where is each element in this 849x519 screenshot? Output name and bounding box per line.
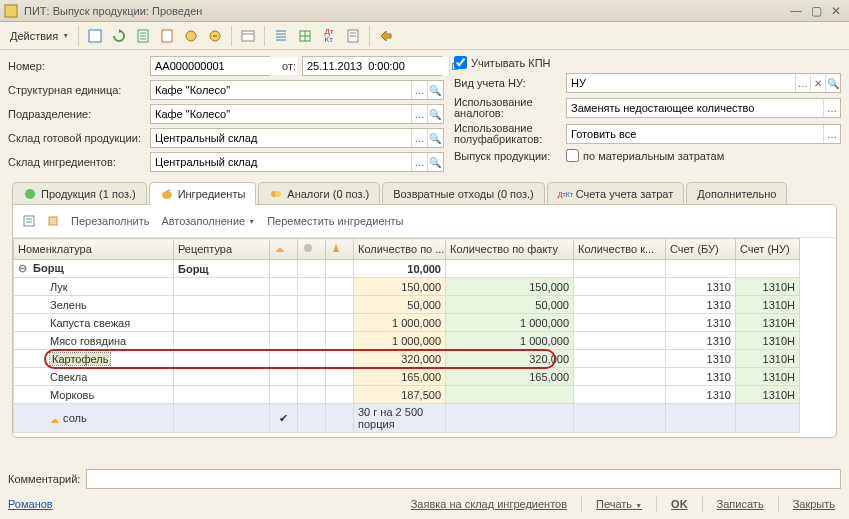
tab-accounts[interactable]: ДтКт Счета учета затрат (547, 182, 684, 205)
toolbar-btn-refresh[interactable] (108, 25, 130, 47)
table-row[interactable]: соль✔30 г на 2 500 порция (14, 404, 836, 433)
svg-point-4 (186, 31, 196, 41)
toolbar-btn-7[interactable] (237, 25, 259, 47)
col-qty-fact[interactable]: Количество по факту (446, 239, 574, 260)
col-recipe[interactable]: Рецептура (174, 239, 270, 260)
tab-extra[interactable]: Дополнительно (686, 182, 787, 205)
date-input[interactable]: 🗓 (302, 56, 442, 76)
semi-input[interactable]: … (566, 124, 841, 144)
svg-rect-6 (242, 31, 254, 41)
table-row[interactable]: Зелень50,00050,00013101310Н (14, 296, 836, 314)
toolbar-btn-9[interactable] (294, 25, 316, 47)
ellipsis-icon[interactable]: … (411, 105, 427, 123)
actions-menu[interactable]: Действия▼ (6, 28, 73, 44)
toolbar-btn-dtKt[interactable]: ДтКт (318, 25, 340, 47)
form-area: Номер: от: 🗓 Структурная единица: … 🔍 (0, 50, 849, 444)
main-toolbar: Действия▼ ДтКт (0, 22, 849, 50)
svg-point-15 (304, 244, 312, 252)
analogs-input[interactable]: … (566, 98, 841, 118)
table-row[interactable]: Мясо говядина1 000,0001 000,00013101310Н (14, 332, 836, 350)
svg-rect-13 (24, 216, 34, 226)
ingredients-icon (160, 187, 174, 201)
tab-returns[interactable]: Возвратные отходы (0 поз.) (382, 182, 545, 205)
tab-analogs[interactable]: Аналоги (0 поз.) (258, 182, 380, 205)
from-label: от: (282, 60, 296, 72)
move-ingredients-button[interactable]: Переместить ингредиенты (263, 213, 407, 229)
toolbar-btn-4[interactable] (156, 25, 178, 47)
table-row[interactable]: Морковь187,50013101310Н (14, 386, 836, 404)
table-row[interactable]: Капуста свежая1 000,0001 000,00013101310… (14, 314, 836, 332)
toolbar-btn-11[interactable] (342, 25, 364, 47)
tab-ingredients[interactable]: Ингредиенты (149, 182, 257, 205)
toolbar-btn-8[interactable] (270, 25, 292, 47)
toolbar-btn-3[interactable] (132, 25, 154, 47)
tabs: Продукция (1 поз.) Ингредиенты Аналоги (… (8, 182, 841, 205)
grid-header: Номенклатура Рецептура Количество по ...… (14, 239, 836, 260)
by-material-checkbox[interactable]: по материальным затратам (566, 149, 724, 162)
ok-button[interactable]: OK (665, 495, 694, 513)
col-qty-by[interactable]: Количество по ... (354, 239, 446, 260)
magnifier-icon[interactable]: 🔍 (427, 153, 443, 171)
svg-rect-0 (5, 5, 17, 17)
ellipsis-icon[interactable]: … (823, 99, 840, 117)
ellipsis-icon[interactable]: … (411, 153, 427, 171)
close-footer-button[interactable]: Закрыть (787, 495, 841, 513)
ellipsis-icon[interactable]: … (411, 129, 427, 147)
maximize-button[interactable]: ▢ (807, 4, 825, 18)
col-nomenclature[interactable]: Номенклатура (14, 239, 174, 260)
toolbar-btn-6[interactable] (204, 25, 226, 47)
inner-toolbar: Перезаполнить Автозаполнение ▼ Перемести… (13, 209, 836, 238)
svg-rect-3 (162, 30, 172, 42)
print-button[interactable]: Печать ▼ (590, 495, 648, 513)
analogs-label: Использование аналогов: (454, 97, 560, 119)
ellipsis-icon[interactable]: … (823, 125, 840, 143)
nu-input[interactable]: … ✕ 🔍 (566, 73, 841, 93)
toolbar-btn-12[interactable] (375, 25, 397, 47)
window-title: ПИТ: Выпуск продукции: Проведен (24, 5, 785, 17)
ellipsis-icon[interactable]: … (795, 74, 810, 92)
save-button[interactable]: Записать (711, 495, 770, 513)
stock-ready-input[interactable]: … 🔍 (150, 128, 444, 148)
table-row[interactable]: Свекла165,000165,00013101310Н (14, 368, 836, 386)
refill-button[interactable]: Перезаполнить (67, 213, 153, 229)
comment-label: Комментарий: (8, 473, 80, 485)
grid-product-row[interactable]: ⊖ БорщБорщ10,000 (14, 260, 836, 278)
clear-icon[interactable]: ✕ (810, 74, 825, 92)
comment-input[interactable] (86, 469, 841, 489)
kpn-checkbox[interactable]: Учитывать КПН (454, 56, 551, 69)
magnifier-icon[interactable]: 🔍 (427, 129, 443, 147)
ellipsis-icon[interactable]: … (411, 81, 427, 99)
number-input[interactable] (150, 56, 270, 76)
minimize-button[interactable]: — (787, 4, 805, 18)
magnifier-icon[interactable]: 🔍 (427, 81, 443, 99)
toolbar-btn-5[interactable] (180, 25, 202, 47)
unit-input[interactable]: … 🔍 (150, 80, 444, 100)
stock-ingr-label: Склад ингредиентов: (8, 157, 144, 168)
magnifier-icon[interactable]: 🔍 (427, 105, 443, 123)
inner-btn-2[interactable] (43, 211, 63, 231)
table-row[interactable]: Лук150,000150,00013101310Н (14, 278, 836, 296)
svg-rect-14 (49, 217, 57, 225)
col-acc-bu[interactable]: Счет (БУ) (666, 239, 736, 260)
dept-input[interactable]: … 🔍 (150, 104, 444, 124)
unit-label: Структурная единица: (8, 84, 144, 96)
request-stock-link[interactable]: Заявка на склад ингредиентов (405, 495, 573, 513)
stock-ingr-input[interactable]: … 🔍 (150, 152, 444, 172)
col-acc-nu[interactable]: Счет (НУ) (736, 239, 800, 260)
col-icon-1[interactable] (270, 239, 298, 260)
col-icon-2[interactable] (298, 239, 326, 260)
tab-products[interactable]: Продукция (1 поз.) (12, 182, 147, 205)
ingredients-grid[interactable]: Номенклатура Рецептура Количество по ...… (13, 238, 836, 433)
magnifier-icon[interactable]: 🔍 (825, 74, 840, 92)
col-icon-3[interactable] (326, 239, 354, 260)
autofill-button[interactable]: Автозаполнение ▼ (157, 213, 259, 229)
user-link[interactable]: Романов (8, 498, 53, 510)
close-button[interactable]: ✕ (827, 4, 845, 18)
footer: Комментарий: Романов Заявка на склад инг… (0, 465, 849, 519)
stock-ready-label: Склад готовой продукции: (8, 133, 144, 144)
table-row[interactable]: Картофель320,000320,00013101310Н (14, 350, 836, 368)
toolbar-btn-1[interactable] (84, 25, 106, 47)
inner-btn-1[interactable] (19, 211, 39, 231)
col-qty-k[interactable]: Количество к... (574, 239, 666, 260)
number-label: Номер: (8, 60, 144, 72)
